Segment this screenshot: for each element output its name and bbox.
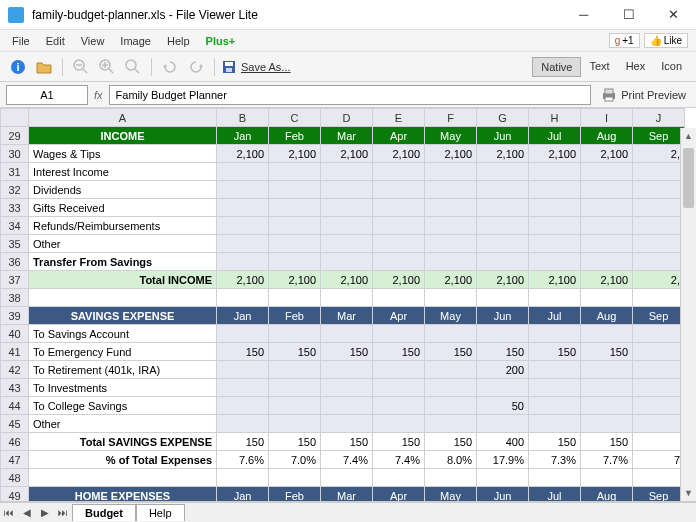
subtotal-cell[interactable]: 7.6%: [217, 451, 269, 469]
data-cell[interactable]: 200: [477, 361, 529, 379]
data-cell[interactable]: [321, 181, 373, 199]
data-cell[interactable]: 2,100: [217, 145, 269, 163]
data-cell[interactable]: [581, 379, 633, 397]
data-cell[interactable]: [529, 397, 581, 415]
data-cell[interactable]: [529, 235, 581, 253]
month-header[interactable]: Jul: [529, 307, 581, 325]
subtotal-cell[interactable]: 150: [269, 433, 321, 451]
row-label[interactable]: To Investments: [29, 379, 217, 397]
total-cell[interactable]: 2,: [633, 271, 685, 289]
subtotal-cell[interactable]: 7.4%: [321, 451, 373, 469]
month-header[interactable]: Jan: [217, 487, 269, 503]
data-cell[interactable]: [425, 199, 477, 217]
row-header[interactable]: 31: [1, 163, 29, 181]
subtotal-label[interactable]: % of Total Expenses: [29, 451, 217, 469]
subtotal-cell[interactable]: 150: [425, 433, 477, 451]
section-header[interactable]: HOME EXPENSES: [29, 487, 217, 503]
data-cell[interactable]: [217, 379, 269, 397]
data-cell[interactable]: [581, 415, 633, 433]
data-cell[interactable]: [321, 235, 373, 253]
data-cell[interactable]: 2,100: [581, 145, 633, 163]
print-preview-button[interactable]: Print Preview: [597, 87, 690, 103]
blank-cell[interactable]: [477, 289, 529, 307]
data-cell[interactable]: [269, 397, 321, 415]
rotate-right-button[interactable]: [184, 55, 208, 79]
data-cell[interactable]: [321, 325, 373, 343]
data-cell[interactable]: [581, 397, 633, 415]
minimize-button[interactable]: ─: [561, 0, 606, 30]
row-label[interactable]: Dividends: [29, 181, 217, 199]
blank-cell[interactable]: [29, 289, 217, 307]
total-cell[interactable]: 2,100: [269, 271, 321, 289]
subtotal-cell[interactable]: 7: [633, 451, 685, 469]
data-cell[interactable]: [477, 415, 529, 433]
month-header[interactable]: Apr: [373, 307, 425, 325]
data-cell[interactable]: [425, 217, 477, 235]
month-header[interactable]: Jun: [477, 307, 529, 325]
month-header[interactable]: Jul: [529, 487, 581, 503]
month-header[interactable]: Mar: [321, 307, 373, 325]
data-cell[interactable]: [373, 199, 425, 217]
maximize-button[interactable]: ☐: [606, 0, 651, 30]
month-header[interactable]: Apr: [373, 487, 425, 503]
month-header[interactable]: Jul: [529, 127, 581, 145]
data-cell[interactable]: 150: [581, 343, 633, 361]
subtotal-cell[interactable]: 150: [581, 433, 633, 451]
row-header[interactable]: 30: [1, 145, 29, 163]
data-cell[interactable]: [529, 379, 581, 397]
data-cell[interactable]: [529, 253, 581, 271]
total-cell[interactable]: 2,100: [477, 271, 529, 289]
subtotal-cell[interactable]: 7.3%: [529, 451, 581, 469]
subtotal-cell[interactable]: 150: [217, 433, 269, 451]
blank-cell[interactable]: [29, 469, 217, 487]
subtotal-cell[interactable]: 7.4%: [373, 451, 425, 469]
row-label[interactable]: Other: [29, 235, 217, 253]
subtotal-label[interactable]: Total SAVINGS EXPENSE: [29, 433, 217, 451]
open-button[interactable]: [32, 55, 56, 79]
row-label[interactable]: Wages & Tips: [29, 145, 217, 163]
data-cell[interactable]: 2,100: [425, 145, 477, 163]
month-header[interactable]: Feb: [269, 487, 321, 503]
menu-edit[interactable]: Edit: [38, 33, 73, 49]
month-header[interactable]: Apr: [373, 127, 425, 145]
sheet-nav-last[interactable]: ⏭: [54, 507, 72, 518]
month-header[interactable]: Aug: [581, 127, 633, 145]
row-label[interactable]: To College Savings: [29, 397, 217, 415]
data-cell[interactable]: [269, 253, 321, 271]
data-cell[interactable]: [321, 415, 373, 433]
data-cell[interactable]: [269, 361, 321, 379]
data-cell[interactable]: [477, 379, 529, 397]
sheet-nav-first[interactable]: ⏮: [0, 507, 18, 518]
sheet-nav-prev[interactable]: ◀: [18, 507, 36, 518]
data-cell[interactable]: [529, 181, 581, 199]
blank-cell[interactable]: [633, 289, 685, 307]
col-header[interactable]: A: [29, 109, 217, 127]
row-header[interactable]: 46: [1, 433, 29, 451]
menu-plus[interactable]: Plus+: [198, 33, 244, 49]
data-cell[interactable]: [373, 163, 425, 181]
row-label[interactable]: Refunds/Reimbursements: [29, 217, 217, 235]
data-cell[interactable]: [373, 235, 425, 253]
blank-cell[interactable]: [425, 289, 477, 307]
col-header[interactable]: G: [477, 109, 529, 127]
zoom-fit-button[interactable]: [121, 55, 145, 79]
data-cell[interactable]: [581, 163, 633, 181]
col-header[interactable]: H: [529, 109, 581, 127]
data-cell[interactable]: [477, 181, 529, 199]
month-header[interactable]: May: [425, 487, 477, 503]
data-cell[interactable]: 2,100: [269, 145, 321, 163]
row-header[interactable]: 44: [1, 397, 29, 415]
data-cell[interactable]: [477, 199, 529, 217]
data-cell[interactable]: [425, 325, 477, 343]
data-cell[interactable]: [529, 217, 581, 235]
data-cell[interactable]: 150: [373, 343, 425, 361]
data-cell[interactable]: [477, 217, 529, 235]
blank-cell[interactable]: [269, 289, 321, 307]
data-cell[interactable]: [581, 217, 633, 235]
formula-input[interactable]: [109, 85, 592, 105]
data-cell[interactable]: 150: [529, 343, 581, 361]
data-cell[interactable]: [217, 325, 269, 343]
month-header[interactable]: Feb: [269, 307, 321, 325]
data-cell[interactable]: [373, 361, 425, 379]
month-header[interactable]: Sep: [633, 487, 685, 503]
